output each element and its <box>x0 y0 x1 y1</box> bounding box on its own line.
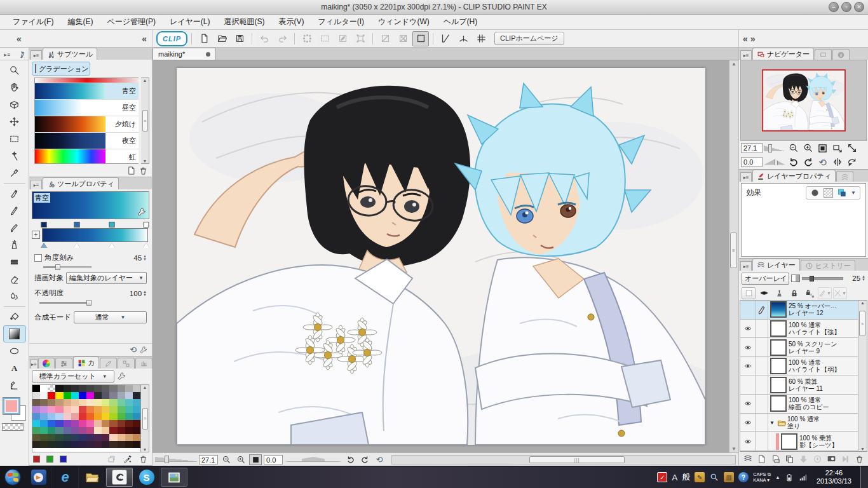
color-swatch[interactable] <box>48 427 55 434</box>
status-zoom-in-icon[interactable] <box>234 454 247 465</box>
ruler-tool[interactable] <box>3 377 26 394</box>
color-swatch[interactable] <box>86 392 94 399</box>
document-tab[interactable]: maiking* <box>153 48 216 60</box>
antivirus-tray-icon[interactable]: ✓ <box>657 472 667 482</box>
gradient-stop-marker-2[interactable] <box>74 243 80 248</box>
color-swatch[interactable] <box>118 420 125 427</box>
color-swatch[interactable] <box>118 427 125 434</box>
open-folder-button[interactable] <box>214 31 230 46</box>
marquee-button[interactable] <box>316 31 333 46</box>
color-swatch[interactable] <box>133 385 140 392</box>
nav-fit-screen-icon[interactable] <box>845 142 858 154</box>
tool-strip-tab-pen-icon[interactable] <box>15 49 29 60</box>
color-swatch[interactable] <box>86 434 94 441</box>
menu-item-5[interactable]: 選択範囲(S) <box>218 15 271 29</box>
border-effect-icon[interactable] <box>810 188 820 198</box>
gradient-item-partial[interactable] <box>35 78 139 83</box>
color-swatch[interactable] <box>71 385 79 392</box>
color-swatch[interactable] <box>71 399 79 406</box>
collapse-left-icon[interactable]: « <box>17 34 22 44</box>
color-swatch[interactable] <box>94 392 102 399</box>
transparent-color-swatch[interactable] <box>2 423 24 431</box>
nav-fit-icon[interactable] <box>816 142 829 154</box>
navigator-menu-icon[interactable]: ▸≡ <box>740 50 752 60</box>
color-swatch[interactable] <box>86 441 94 448</box>
redo-button[interactable] <box>274 31 290 46</box>
text-tool[interactable]: A <box>3 360 26 377</box>
set-drawing-target-icon[interactable]: ▼ <box>818 287 832 299</box>
color-swatch[interactable] <box>48 413 55 420</box>
undo-button[interactable] <box>256 31 273 46</box>
color-swatch[interactable] <box>64 385 71 392</box>
color-swatch[interactable] <box>55 420 63 427</box>
status-rotate-value[interactable]: 0.0 <box>264 455 283 464</box>
ime-pad-tray-icon[interactable]: ✎ <box>695 472 705 482</box>
network-signal-tray-icon[interactable] <box>798 473 808 482</box>
layer-thumbnail[interactable] <box>770 301 787 318</box>
folder-collapse-arrow[interactable]: ▼ <box>770 420 775 426</box>
color-swatch[interactable] <box>79 399 86 406</box>
blend-tool[interactable] <box>3 288 26 305</box>
gradient-item-3[interactable]: 夕焼け <box>35 116 139 133</box>
decoration-tool[interactable] <box>3 254 26 271</box>
nav-rotate-cw-icon[interactable] <box>801 156 815 168</box>
magnifier-tool[interactable] <box>3 62 26 79</box>
color-swatch[interactable] <box>48 406 55 413</box>
color-swatch[interactable] <box>79 427 86 434</box>
menu-item-3[interactable]: ページ管理(P) <box>100 15 162 29</box>
angle-step-slider[interactable] <box>43 264 92 270</box>
color-swatch[interactable] <box>64 399 71 406</box>
color-swatch[interactable] <box>109 385 117 392</box>
color-swatch[interactable] <box>86 406 94 413</box>
tone-area-button[interactable] <box>395 31 411 46</box>
light-table-icon[interactable] <box>772 287 786 299</box>
history-tab[interactable]: ヒストリー <box>801 260 855 271</box>
color-swatch[interactable] <box>125 427 133 434</box>
wrench-icon[interactable] <box>137 207 147 217</box>
color-swatch[interactable] <box>32 420 40 427</box>
layer-thumbnail[interactable] <box>770 358 787 374</box>
color-swatch[interactable] <box>109 441 117 448</box>
color-swatch[interactable] <box>40 427 48 434</box>
intermediate-color-tab[interactable] <box>118 358 135 369</box>
color-swatch[interactable] <box>79 434 86 441</box>
layer-mask-icon[interactable] <box>825 453 837 465</box>
merge-down-icon[interactable] <box>811 453 824 465</box>
layer-opacity-spinner[interactable]: ▲▼ <box>862 275 865 281</box>
apply-mask-icon[interactable] <box>839 453 851 465</box>
ime-mode-a[interactable]: A <box>672 473 677 482</box>
color-swatch[interactable] <box>71 441 79 448</box>
color-swatch[interactable] <box>94 413 102 420</box>
approximate-color-tab[interactable] <box>135 358 153 369</box>
color-swatch[interactable] <box>64 406 71 413</box>
collapse-left-icon2[interactable]: « <box>142 34 147 44</box>
color-mixing-tab[interactable] <box>100 358 117 369</box>
color-swatch[interactable] <box>102 399 109 406</box>
toolbox-tray-icon[interactable]: ▥ <box>724 472 734 482</box>
delete-color-icon[interactable] <box>139 454 148 464</box>
layer-visible-eye-icon[interactable] <box>740 357 756 376</box>
layer-row-6[interactable]: 100 % 通常線画 のコピー <box>740 395 858 414</box>
clip-homepage-button[interactable]: CLIPホームページ <box>494 32 564 45</box>
color-swatch[interactable] <box>32 399 40 406</box>
color-swatch[interactable] <box>125 399 133 406</box>
color-swatch[interactable] <box>118 441 125 448</box>
start-button[interactable] <box>0 466 25 488</box>
tone-effect-icon[interactable] <box>824 188 833 198</box>
gradient-stop-2[interactable] <box>74 222 80 227</box>
navigator-view-frame[interactable] <box>762 69 846 132</box>
layer-thumbnail[interactable] <box>770 320 787 337</box>
color-swatch[interactable] <box>118 413 125 420</box>
layer-row-4[interactable]: 100 % 通常ハイライト【弱】 <box>740 357 858 376</box>
canvas-vertical-scrollbar[interactable]: ▲▼ ≡ <box>729 60 738 452</box>
layer-thumbnail[interactable] <box>770 377 787 393</box>
navigator-rotate-value[interactable]: 0.0 <box>741 157 763 167</box>
layer-tab[interactable]: レイヤー <box>752 259 800 271</box>
layer-opacity-value[interactable]: 25 <box>845 274 860 282</box>
show-hidden-icons-arrow[interactable]: ▲ <box>775 475 780 480</box>
color-swatch[interactable] <box>40 434 48 441</box>
layer-thumbnail[interactable] <box>770 395 787 412</box>
color-swatch[interactable] <box>133 427 140 434</box>
color-swatch[interactable] <box>109 413 117 420</box>
color-swatch[interactable] <box>64 392 71 399</box>
